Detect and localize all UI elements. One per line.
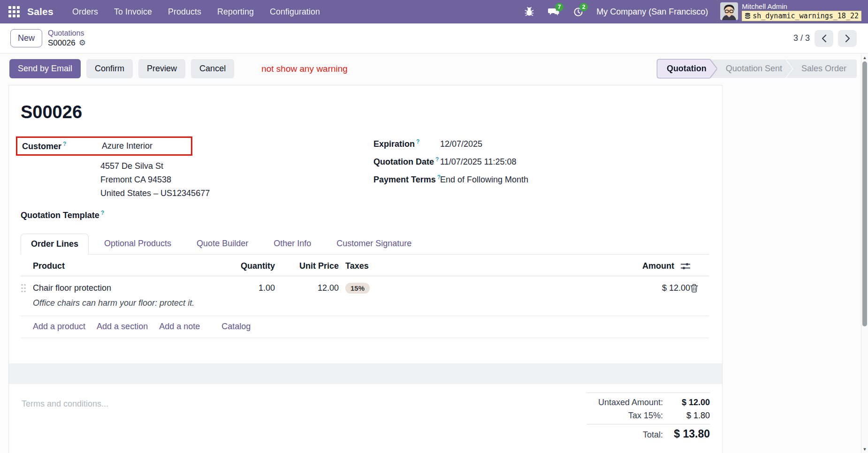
total-label: Total: [587, 430, 663, 440]
messages-count-badge: 7 [555, 3, 563, 11]
user-name: Mitchell Admin [742, 2, 787, 10]
column-header-quantity[interactable]: Quantity [222, 261, 275, 271]
table-row: Chair floor protection 1.00 12.00 15% $ … [21, 276, 709, 295]
cancel-button[interactable]: Cancel [191, 59, 234, 78]
help-question-mark: ? [63, 141, 66, 147]
scroll-up-arrow-icon[interactable]: ▲ [861, 55, 868, 60]
help-question-mark: ? [435, 156, 439, 163]
breadcrumb-parent[interactable]: Quotations [48, 29, 86, 38]
send-by-email-button[interactable]: Send by Email [9, 59, 81, 78]
tab-customer-signature[interactable]: Customer Signature [327, 234, 421, 254]
scrollbar-thumb[interactable] [862, 61, 867, 326]
column-header-unit-price[interactable]: Unit Price [275, 261, 339, 271]
column-header-amount[interactable]: Amount [642, 261, 674, 271]
cell-product[interactable]: Chair floor protection [33, 283, 222, 293]
bug-icon[interactable] [523, 6, 535, 18]
empty-area [21, 338, 709, 363]
vertical-scrollbar[interactable]: ▲ ▼ [861, 54, 868, 453]
breadcrumb-current: S00026 [48, 38, 76, 48]
apps-grid-icon[interactable] [8, 6, 20, 17]
activities-icon[interactable]: 2 [572, 6, 584, 18]
untaxed-amount-value: $ 12.00 [663, 398, 710, 408]
quotation-date-value[interactable]: 11/07/2025 11:25:08 [440, 157, 516, 167]
payment-terms-label: Payment Terms? [373, 174, 440, 185]
status-step-quotation-sent[interactable]: Quotation Sent [711, 60, 792, 78]
pager-next-button[interactable] [838, 30, 857, 47]
status-step-sales-order[interactable]: Sales Order [786, 60, 857, 78]
cell-product-description[interactable]: Office chairs can harm your floor: prote… [21, 295, 709, 316]
untaxed-amount-label: Untaxed Amount: [587, 398, 663, 408]
terms-and-conditions-input[interactable]: Terms and conditions... [22, 393, 108, 444]
expiration-value[interactable]: 12/07/2025 [440, 139, 482, 149]
quotation-template-label: Quotation Template? [21, 211, 104, 220]
cell-taxes-tag[interactable]: 15% [345, 283, 370, 294]
customer-field-highlight: Customer? Azure Interior [16, 136, 192, 156]
nav-item-to-invoice[interactable]: To Invoice [114, 7, 152, 17]
total-value: $ 13.80 [663, 428, 710, 440]
form-sheet: S00026 Customer? Azure Interior 4557 De … [8, 85, 723, 453]
nav-item-products[interactable]: Products [168, 7, 201, 17]
statusbar: Quotation Quotation Sent Sales Order [657, 60, 857, 78]
user-avatar[interactable] [720, 2, 738, 20]
nav-item-orders[interactable]: Orders [72, 7, 98, 17]
sheet-footer: Terms and conditions... Untaxed Amount: … [21, 384, 709, 453]
database-badge[interactable]: sh_dynamic_warnings_18_22 [742, 11, 861, 21]
preview-button[interactable]: Preview [138, 59, 185, 78]
tab-quote-builder[interactable]: Quote Builder [187, 234, 258, 254]
app-name[interactable]: Sales [27, 6, 53, 17]
quotation-date-label: Quotation Date? [373, 156, 440, 167]
help-question-mark: ? [416, 138, 419, 145]
drag-handle[interactable] [21, 283, 26, 293]
database-icon [745, 13, 751, 20]
scroll-down-arrow-icon[interactable]: ▼ [861, 447, 868, 452]
add-a-note-link[interactable]: Add a note [159, 322, 200, 332]
record-title[interactable]: S00026 [21, 102, 709, 122]
cell-amount: $ 12.00 [662, 283, 690, 293]
catalog-link[interactable]: Catalog [221, 322, 251, 332]
new-button[interactable]: New [10, 29, 42, 47]
column-header-product[interactable]: Product [33, 261, 222, 271]
nav-item-reporting[interactable]: Reporting [217, 7, 254, 17]
warning-annotation: not show any warning [261, 64, 348, 74]
status-step-quotation[interactable]: Quotation [657, 60, 717, 78]
customer-label: Customer? [22, 141, 102, 151]
top-navbar: Sales Orders To Invoice Products Reporti… [0, 0, 868, 23]
cell-quantity[interactable]: 1.00 [222, 283, 275, 293]
pager-previous-button[interactable] [815, 30, 833, 47]
nav-item-configuration[interactable]: Configuration [270, 7, 320, 17]
confirm-button[interactable]: Confirm [86, 59, 133, 78]
help-question-mark: ? [101, 210, 104, 216]
delete-row-icon[interactable] [690, 284, 709, 293]
user-menu[interactable]: Mitchell Admin sh_dynamic_warnings_18_22 [720, 2, 861, 21]
address-line: Fremont CA 94538 [100, 173, 373, 187]
tab-order-lines[interactable]: Order Lines [21, 234, 89, 255]
tab-optional-products[interactable]: Optional Products [94, 234, 181, 254]
separator-band [9, 363, 722, 384]
company-switcher[interactable]: My Company (San Francisco) [596, 7, 708, 17]
add-a-product-link[interactable]: Add a product [33, 322, 85, 332]
table-header-row: Product Quantity Unit Price Taxes Amount [21, 255, 709, 276]
totals-block: Untaxed Amount: $ 12.00 Tax 15%: $ 1.80 … [587, 393, 710, 444]
column-options-icon[interactable] [681, 262, 690, 270]
address-line: United States – US12345677 [100, 187, 373, 200]
breadcrumb-bar: New Quotations S00026 ⚙ 3 / 3 [0, 23, 868, 53]
column-header-taxes[interactable]: Taxes [339, 261, 457, 271]
expiration-label: Expiration? [373, 138, 440, 149]
breadcrumb: Quotations S00026 ⚙ [48, 29, 86, 48]
customer-address: 4557 De Silva St Fremont CA 94538 United… [100, 159, 373, 200]
payment-terms-value[interactable]: End of Following Month [440, 175, 528, 185]
tax-label: Tax 15%: [587, 411, 663, 421]
nav-menu: Orders To Invoice Products Reporting Con… [72, 7, 320, 17]
control-row: Send by Email Confirm Preview Cancel not… [0, 53, 868, 85]
cell-unit-price[interactable]: 12.00 [275, 283, 339, 293]
add-a-section-link[interactable]: Add a section [97, 322, 148, 332]
tax-value: $ 1.80 [663, 411, 710, 421]
address-line: 4557 De Silva St [100, 159, 373, 173]
tab-other-info[interactable]: Other Info [264, 234, 321, 254]
gear-icon[interactable]: ⚙ [79, 38, 86, 48]
notebook-tabs: Order Lines Optional Products Quote Buil… [21, 234, 709, 255]
order-lines-table: Product Quantity Unit Price Taxes Amount [21, 255, 709, 338]
table-footer-links: Add a product Add a section Add a note C… [21, 316, 709, 338]
messages-icon[interactable]: 7 [548, 6, 560, 18]
customer-value[interactable]: Azure Interior [102, 141, 152, 151]
